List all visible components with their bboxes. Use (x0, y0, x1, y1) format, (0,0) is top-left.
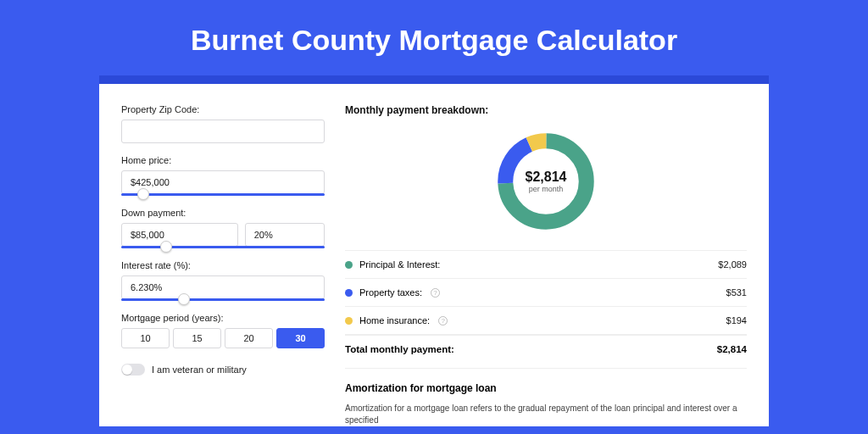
down-payment-slider[interactable] (121, 246, 325, 248)
legend-row-insurance: Home insurance: ? $194 (345, 307, 747, 335)
veteran-toggle[interactable] (121, 364, 145, 376)
total-row: Total monthly payment: $2,814 (345, 335, 747, 368)
period-field: Mortgage period (years): 10 15 20 30 (121, 313, 325, 348)
donut-wrap: $2,814 per month (345, 128, 747, 235)
donut-sub: per month (526, 185, 567, 193)
donut-value: $2,814 (526, 170, 567, 185)
home-price-slider[interactable] (121, 193, 325, 196)
donut-chart: $2,814 per month (492, 128, 599, 235)
info-icon[interactable]: ? (431, 288, 440, 298)
calculator-card: Property Zip Code: Home price: Down paym… (99, 75, 769, 426)
down-payment-field: Down payment: (121, 208, 325, 248)
zip-field: Property Zip Code: (121, 104, 325, 143)
interest-slider[interactable] (121, 298, 325, 301)
info-icon[interactable]: ? (438, 316, 448, 326)
legend-value: $2,089 (718, 259, 747, 270)
legend-row-taxes: Property taxes: ? $531 (345, 279, 747, 307)
legend-label: Property taxes: (359, 287, 422, 298)
period-btn-20[interactable]: 20 (225, 328, 273, 348)
interest-label: Interest rate (%): (121, 260, 325, 270)
breakdown-panel: Monthly payment breakdown: $2,814 per mo… (345, 104, 747, 426)
down-payment-amount-input[interactable] (121, 223, 238, 247)
veteran-label: I am veteran or military (152, 364, 247, 375)
dot-icon (345, 317, 353, 325)
legend-value: $194 (726, 315, 747, 326)
home-price-field: Home price: (121, 155, 325, 196)
dot-icon (345, 261, 353, 269)
amortization-heading: Amortization for mortgage loan (345, 382, 747, 394)
amortization-section: Amortization for mortgage loan Amortizat… (345, 368, 747, 426)
breakdown-heading: Monthly payment breakdown: (345, 104, 747, 116)
legend-label: Home insurance: (359, 315, 430, 326)
home-price-label: Home price: (121, 155, 325, 165)
period-btn-15[interactable]: 15 (173, 328, 221, 348)
period-buttons: 10 15 20 30 (121, 328, 325, 348)
legend-value: $531 (726, 287, 747, 298)
period-btn-30[interactable]: 30 (276, 328, 325, 348)
legend-label: Principal & Interest: (359, 259, 440, 270)
legend: Principal & Interest: $2,089 Property ta… (345, 250, 747, 368)
down-payment-label: Down payment: (121, 208, 325, 218)
total-label: Total monthly payment: (345, 344, 454, 354)
period-btn-10[interactable]: 10 (121, 328, 170, 348)
inputs-panel: Property Zip Code: Home price: Down paym… (121, 104, 325, 426)
page-title: Burnet County Mortgage Calculator (0, 0, 868, 75)
interest-field: Interest rate (%): (121, 260, 325, 301)
legend-row-principal: Principal & Interest: $2,089 (345, 251, 747, 279)
period-label: Mortgage period (years): (121, 313, 325, 323)
interest-input[interactable] (121, 275, 325, 299)
zip-label: Property Zip Code: (121, 104, 325, 114)
total-value: $2,814 (717, 344, 747, 354)
down-payment-pct-input[interactable] (245, 223, 325, 247)
home-price-input[interactable] (121, 170, 325, 194)
veteran-row: I am veteran or military (121, 364, 325, 376)
zip-input[interactable] (121, 120, 325, 143)
dot-icon (345, 289, 353, 297)
amortization-text: Amortization for a mortgage loan refers … (345, 403, 747, 426)
